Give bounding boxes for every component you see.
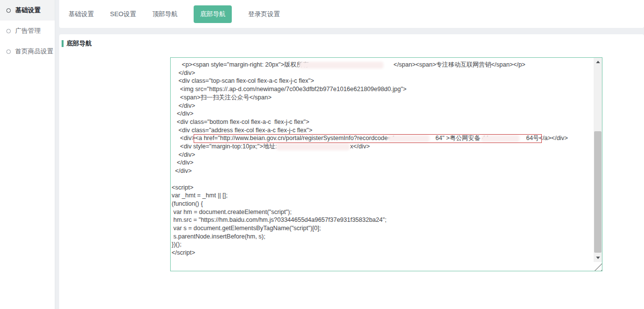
section-accent-bar	[62, 40, 64, 47]
tab-login-page-settings[interactable]: 登录页设置	[248, 10, 280, 19]
section-header: 底部导航	[62, 39, 92, 48]
scrollbar-up-arrow-icon[interactable]	[594, 58, 602, 66]
sidebar-item-basic-settings[interactable]: 基础设置	[0, 0, 55, 21]
sidebar-item-label: 基础设置	[15, 6, 41, 15]
radio-circle-icon	[6, 29, 11, 33]
radio-circle-icon	[6, 8, 11, 13]
sidebar-item-ad-management[interactable]: 广告管理	[0, 21, 55, 41]
sidebar-item-label: 广告管理	[15, 26, 41, 35]
scrollbar-thumb[interactable]	[594, 131, 601, 253]
scrollbar-down-arrow-icon[interactable]	[594, 254, 602, 262]
settings-page: 基础设置 广告管理 首页商品设置 基础设置 SEO设置 顶部导航 底部导航 登录…	[0, 0, 644, 309]
radio-circle-icon	[6, 49, 11, 54]
bottom-navigation-panel: 底部导航 <p><span style="margin-right: 20px"…	[59, 34, 644, 309]
tab-top-navigation[interactable]: 顶部导航	[152, 10, 178, 19]
section-title: 底部导航	[67, 39, 92, 48]
settings-tab-bar: 基础设置 SEO设置 顶部导航 底部导航 登录页设置	[59, 0, 644, 28]
footer-nav-code-editor: <p><span style="margin-right: 20px">版权所有…	[170, 57, 602, 271]
sidebar-item-homepage-products[interactable]: 首页商品设置	[0, 41, 55, 62]
editor-scrollbar[interactable]	[594, 58, 602, 262]
footer-nav-code-textarea[interactable]: <p><span style="margin-right: 20px">版权所有…	[170, 57, 602, 271]
sidebar: 基础设置 广告管理 首页商品设置	[0, 0, 55, 309]
tab-seo-settings[interactable]: SEO设置	[110, 10, 136, 19]
sidebar-item-label: 首页商品设置	[15, 47, 53, 56]
tab-basic-settings[interactable]: 基础设置	[68, 10, 94, 19]
tab-bottom-navigation[interactable]: 底部导航	[194, 5, 232, 23]
